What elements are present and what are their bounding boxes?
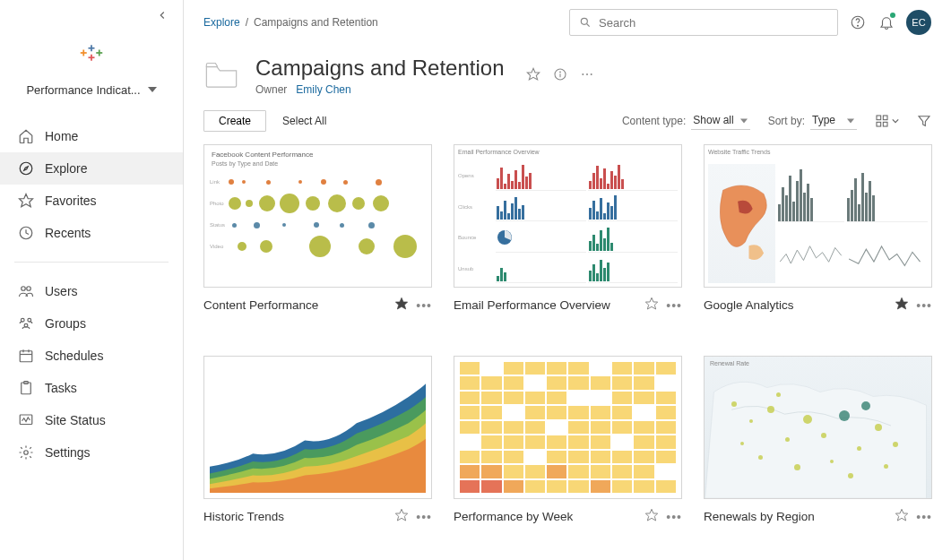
- select-all-button[interactable]: Select All: [282, 115, 326, 127]
- card-more-button[interactable]: •••: [416, 298, 432, 313]
- svg-point-13: [22, 287, 26, 291]
- nav-home[interactable]: Home: [0, 120, 183, 152]
- toolbar: Create Select All Content type: Show all…: [184, 107, 951, 144]
- nav-label: Site Status: [45, 413, 106, 427]
- nav-primary: Home Explore Favorites Recents: [0, 113, 183, 256]
- nav-site-status[interactable]: Site Status: [0, 404, 183, 436]
- breadcrumb-current: Campaigns and Retention: [254, 16, 378, 29]
- workbook-thumbnail: Website Traffic Trends: [704, 144, 932, 288]
- groups-icon: [18, 315, 34, 332]
- search-input[interactable]: [569, 9, 838, 36]
- svg-marker-47: [646, 509, 658, 521]
- thumb-title: Facebook Content Performance: [204, 145, 431, 159]
- nav-label: Home: [45, 129, 78, 143]
- svg-rect-40: [883, 122, 887, 126]
- nav-label: Explore: [45, 161, 87, 176]
- clock-icon: [18, 225, 34, 241]
- svg-rect-37: [877, 116, 881, 120]
- svg-point-33: [559, 72, 560, 73]
- favorite-toggle[interactable]: [895, 508, 909, 525]
- favorite-toggle[interactable]: [644, 508, 659, 525]
- favorite-page-button[interactable]: [526, 67, 540, 84]
- create-button[interactable]: Create: [203, 110, 266, 132]
- svg-rect-39: [877, 122, 881, 126]
- nav-label: Recents: [45, 226, 91, 240]
- compass-icon: [18, 160, 34, 177]
- site-selector[interactable]: Performance Indicat...: [0, 78, 183, 113]
- nav-label: Schedules: [45, 349, 103, 363]
- favorite-toggle[interactable]: [394, 297, 409, 314]
- page-header: Campaigns and Retention Owner Emily Chen: [184, 43, 951, 107]
- topbar: Explore / Campaigns and Retention EC: [184, 0, 951, 43]
- view-mode-button[interactable]: [875, 114, 899, 128]
- favorite-toggle[interactable]: [895, 297, 909, 314]
- notifications-button[interactable]: [878, 13, 895, 31]
- breadcrumb: Explore / Campaigns and Retention: [203, 16, 378, 29]
- caret-down-icon: [148, 83, 157, 97]
- nav-explore[interactable]: Explore: [0, 152, 183, 185]
- svg-point-25: [24, 451, 29, 455]
- workbook-card[interactable]: Facebook Content Performance Posts by Ty…: [203, 144, 432, 331]
- svg-point-14: [27, 287, 31, 291]
- content-type-label: Content type:: [622, 115, 686, 127]
- favorite-toggle[interactable]: [394, 508, 409, 525]
- workbook-title: Historic Trends: [203, 510, 387, 523]
- breadcrumb-sep: /: [246, 16, 248, 29]
- help-button[interactable]: [849, 13, 867, 31]
- nav-favorites[interactable]: Favorites: [0, 185, 183, 217]
- tableau-logo: [79, 40, 104, 65]
- nav-label: Favorites: [45, 194, 97, 208]
- thumb-subtitle: Posts by Type and Date: [204, 159, 431, 170]
- collapse-sidebar-button[interactable]: [156, 9, 169, 24]
- card-more-button[interactable]: •••: [916, 298, 932, 313]
- nav-label: Users: [45, 284, 78, 298]
- avatar[interactable]: EC: [906, 10, 931, 35]
- nav-users[interactable]: Users: [0, 275, 183, 307]
- card-more-button[interactable]: •••: [916, 510, 932, 524]
- sort-by-select[interactable]: Type: [810, 112, 857, 130]
- nav-recents[interactable]: Recents: [0, 217, 183, 249]
- nav-groups[interactable]: Groups: [0, 307, 183, 340]
- workbook-card[interactable]: Historic Trends •••: [203, 356, 432, 542]
- card-more-button[interactable]: •••: [666, 510, 682, 524]
- card-more-button[interactable]: •••: [666, 298, 682, 313]
- workbook-card[interactable]: Email Performance Overview Opens Clicks …: [454, 144, 682, 331]
- avatar-initials: EC: [912, 17, 925, 28]
- workbook-thumbnail: [203, 356, 432, 499]
- svg-marker-11: [20, 194, 33, 207]
- card-more-button[interactable]: •••: [416, 510, 432, 524]
- workbook-thumbnail: Email Performance Overview Opens Clicks …: [454, 144, 682, 288]
- svg-marker-46: [396, 509, 408, 521]
- svg-rect-18: [20, 351, 32, 362]
- breadcrumb-root[interactable]: Explore: [203, 16, 240, 29]
- filter-button[interactable]: [917, 114, 931, 128]
- svg-point-29: [858, 25, 859, 26]
- users-icon: [18, 283, 34, 299]
- svg-marker-30: [527, 68, 539, 80]
- search-field[interactable]: [599, 16, 828, 30]
- nav-tasks[interactable]: Tasks: [0, 372, 183, 404]
- svg-marker-44: [646, 297, 658, 309]
- svg-point-35: [586, 73, 588, 75]
- favorite-toggle[interactable]: [644, 297, 659, 314]
- workbook-thumbnail: Facebook Content Performance Posts by Ty…: [203, 144, 432, 288]
- info-button[interactable]: [553, 67, 567, 84]
- home-icon: [18, 128, 34, 144]
- nav-admin: Users Groups Schedules Tasks Site Status…: [0, 268, 183, 476]
- nav-settings[interactable]: Settings: [0, 436, 183, 469]
- workbook-title: Email Performance Overview: [454, 298, 637, 312]
- content-type-select[interactable]: Show all: [691, 112, 749, 130]
- thumb-title: Website Traffic Trends: [708, 149, 928, 161]
- owner-link[interactable]: Emily Chen: [296, 83, 350, 96]
- content-grid: Facebook Content Performance Posts by Ty…: [184, 144, 951, 560]
- workbook-card[interactable]: Performance by Week •••: [454, 356, 682, 542]
- svg-line-27: [587, 24, 590, 27]
- workbook-title: Content Performance: [203, 298, 387, 312]
- nav-schedules[interactable]: Schedules: [0, 340, 183, 372]
- svg-marker-45: [896, 297, 908, 309]
- more-actions-button[interactable]: [580, 67, 594, 84]
- workbook-title: Performance by Week: [454, 510, 637, 523]
- star-icon: [18, 193, 34, 209]
- workbook-card[interactable]: Renewal Rate: [704, 356, 932, 542]
- workbook-card[interactable]: Website Traffic Trends Google An: [704, 144, 932, 331]
